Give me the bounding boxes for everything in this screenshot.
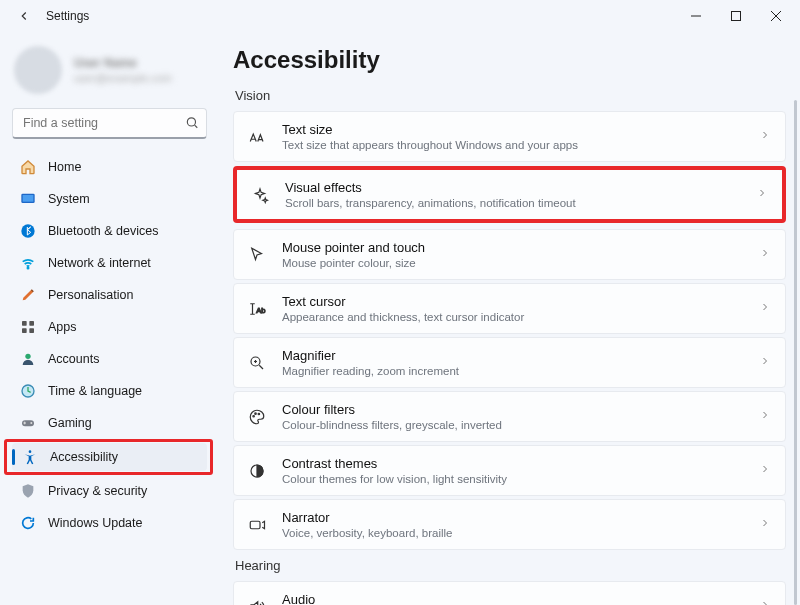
search-input[interactable] bbox=[12, 108, 207, 139]
update-icon bbox=[20, 515, 36, 531]
sidebar-item-apps[interactable]: Apps bbox=[10, 313, 209, 341]
close-icon bbox=[771, 11, 781, 21]
chevron-right-icon bbox=[759, 355, 771, 370]
svg-rect-11 bbox=[29, 321, 34, 326]
sidebar-item-personalisation[interactable]: Personalisation bbox=[10, 281, 209, 309]
sidebar-item-label: Personalisation bbox=[48, 288, 133, 302]
card-magnifier[interactable]: Magnifier Magnifier reading, zoom increm… bbox=[233, 337, 786, 388]
text-size-icon bbox=[248, 128, 266, 146]
back-button[interactable] bbox=[10, 2, 38, 30]
chevron-right-icon bbox=[759, 301, 771, 316]
card-title: Audio bbox=[282, 592, 743, 605]
card-mouse-pointer[interactable]: Mouse pointer and touch Mouse pointer co… bbox=[233, 229, 786, 280]
sidebar-item-label: Network & internet bbox=[48, 256, 151, 270]
window-title: Settings bbox=[46, 9, 89, 23]
card-subtitle: Scroll bars, transparency, animations, n… bbox=[285, 197, 740, 209]
card-subtitle: Magnifier reading, zoom increment bbox=[282, 365, 743, 377]
svg-rect-13 bbox=[29, 328, 34, 333]
titlebar: Settings bbox=[0, 0, 800, 32]
card-title: Mouse pointer and touch bbox=[282, 240, 743, 255]
home-icon bbox=[20, 159, 36, 175]
sidebar-item-label: Time & language bbox=[48, 384, 142, 398]
sidebar-item-label: Accounts bbox=[48, 352, 99, 366]
sidebar-item-bluetooth[interactable]: Bluetooth & devices bbox=[10, 217, 209, 245]
chevron-right-icon bbox=[759, 409, 771, 424]
search-icon bbox=[185, 115, 199, 132]
card-title: Magnifier bbox=[282, 348, 743, 363]
card-text-size[interactable]: Text size Text size that appears through… bbox=[233, 111, 786, 162]
sidebar-item-time-language[interactable]: Time & language bbox=[10, 377, 209, 405]
card-title: Visual effects bbox=[285, 180, 740, 195]
card-title: Text size bbox=[282, 122, 743, 137]
search-wrap bbox=[12, 108, 207, 139]
sidebar-item-network[interactable]: Network & internet bbox=[10, 249, 209, 277]
svg-point-18 bbox=[29, 450, 32, 453]
card-subtitle: Voice, verbosity, keyboard, braille bbox=[282, 527, 743, 539]
card-subtitle: Colour-blindness filters, greyscale, inv… bbox=[282, 419, 743, 431]
sidebar-accessibility-highlight: Accessibility bbox=[4, 439, 213, 475]
narrator-icon bbox=[248, 516, 266, 534]
system-icon bbox=[20, 191, 36, 207]
user-account-block[interactable]: User Name user@example.com bbox=[10, 38, 209, 104]
avatar bbox=[14, 46, 62, 94]
chevron-right-icon bbox=[759, 463, 771, 478]
chevron-right-icon bbox=[756, 187, 768, 202]
close-button[interactable] bbox=[756, 2, 796, 30]
main-content: Accessibility Vision Text size Text size… bbox=[215, 32, 800, 605]
minimize-icon bbox=[691, 11, 701, 21]
sparkle-icon bbox=[251, 186, 269, 204]
sidebar-item-privacy[interactable]: Privacy & security bbox=[10, 477, 209, 505]
card-subtitle: Text size that appears throughout Window… bbox=[282, 139, 743, 151]
svg-rect-12 bbox=[22, 328, 27, 333]
sidebar-item-accessibility[interactable]: Accessibility bbox=[12, 443, 207, 471]
cursor-icon bbox=[248, 246, 266, 264]
svg-rect-26 bbox=[250, 521, 260, 529]
user-email: user@example.com bbox=[74, 72, 172, 84]
svg-point-8 bbox=[21, 224, 34, 237]
maximize-button[interactable] bbox=[716, 2, 756, 30]
text-cursor-icon: Ab bbox=[248, 300, 266, 318]
svg-point-14 bbox=[25, 354, 30, 359]
card-subtitle: Mouse pointer colour, size bbox=[282, 257, 743, 269]
apps-icon bbox=[20, 319, 36, 335]
svg-line-21 bbox=[259, 365, 263, 369]
card-subtitle: Appearance and thickness, text cursor in… bbox=[282, 311, 743, 323]
sidebar-item-gaming[interactable]: Gaming bbox=[10, 409, 209, 437]
chevron-right-icon bbox=[759, 129, 771, 144]
card-visual-effects[interactable]: Visual effects Scroll bars, transparency… bbox=[237, 170, 782, 219]
svg-point-9 bbox=[27, 267, 28, 268]
svg-point-24 bbox=[258, 413, 260, 415]
card-title: Text cursor bbox=[282, 294, 743, 309]
scrollbar[interactable] bbox=[794, 100, 797, 605]
maximize-icon bbox=[731, 11, 741, 21]
page-title: Accessibility bbox=[233, 46, 786, 74]
svg-point-17 bbox=[30, 422, 32, 424]
bluetooth-icon bbox=[20, 223, 36, 239]
contrast-icon bbox=[248, 462, 266, 480]
card-subtitle: Colour themes for low vision, light sens… bbox=[282, 473, 743, 485]
sidebar-item-home[interactable]: Home bbox=[10, 153, 209, 181]
card-colour-filters[interactable]: Colour filters Colour-blindness filters,… bbox=[233, 391, 786, 442]
card-title: Contrast themes bbox=[282, 456, 743, 471]
card-narrator[interactable]: Narrator Voice, verbosity, keyboard, bra… bbox=[233, 499, 786, 550]
wifi-icon bbox=[20, 255, 36, 271]
svg-rect-1 bbox=[732, 12, 741, 21]
accessibility-icon bbox=[22, 449, 38, 465]
sidebar-item-label: System bbox=[48, 192, 90, 206]
clock-globe-icon bbox=[20, 383, 36, 399]
card-text-cursor[interactable]: Ab Text cursor Appearance and thickness,… bbox=[233, 283, 786, 334]
sidebar-item-windows-update[interactable]: Windows Update bbox=[10, 509, 209, 537]
minimize-button[interactable] bbox=[676, 2, 716, 30]
sidebar-item-system[interactable]: System bbox=[10, 185, 209, 213]
card-audio[interactable]: Audio Mono audio, audio notifications bbox=[233, 581, 786, 605]
card-title: Narrator bbox=[282, 510, 743, 525]
svg-point-4 bbox=[187, 117, 195, 125]
sidebar-item-accounts[interactable]: Accounts bbox=[10, 345, 209, 373]
sidebar-item-label: Home bbox=[48, 160, 81, 174]
card-contrast-themes[interactable]: Contrast themes Colour themes for low vi… bbox=[233, 445, 786, 496]
svg-line-5 bbox=[195, 125, 198, 128]
chevron-right-icon bbox=[759, 247, 771, 262]
chevron-right-icon bbox=[759, 517, 771, 532]
card-visual-effects-highlight: Visual effects Scroll bars, transparency… bbox=[233, 166, 786, 223]
shield-icon bbox=[20, 483, 36, 499]
